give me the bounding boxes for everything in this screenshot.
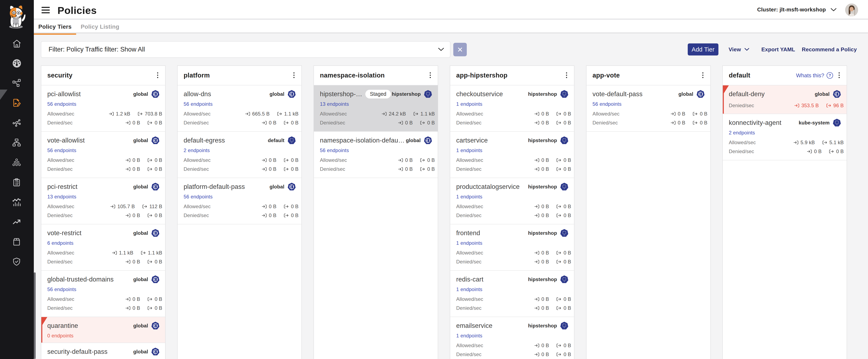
- svg-text:ns: ns: [564, 234, 565, 236]
- svg-text:ns: ns: [564, 188, 565, 189]
- svg-text:ns: ns: [564, 141, 565, 143]
- svg-text:?: ?: [829, 73, 831, 78]
- svg-text:ns: ns: [836, 124, 837, 125]
- svg-text:ns: ns: [564, 280, 565, 282]
- svg-text:ns: ns: [427, 95, 429, 96]
- svg-text:ns: ns: [564, 327, 565, 328]
- svg-text:ns: ns: [564, 95, 565, 96]
- svg-text:ns: ns: [291, 141, 292, 143]
